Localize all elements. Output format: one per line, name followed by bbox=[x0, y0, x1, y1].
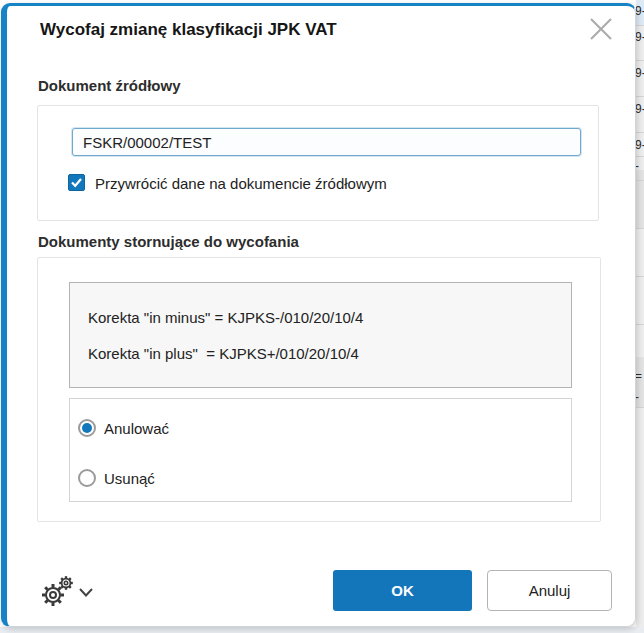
source-document-groupbox bbox=[37, 105, 599, 221]
reversal-document-line: Korekta "in minus" = KJPKS-/010/20/10/4 bbox=[88, 309, 363, 326]
dialog-title: Wycofaj zmianę klasyfikacji JPK VAT bbox=[40, 20, 337, 40]
radio-anulowac[interactable] bbox=[78, 419, 96, 437]
restore-data-checkbox[interactable] bbox=[68, 174, 85, 191]
radio-anulowac-label: Anulować bbox=[104, 420, 169, 437]
reversal-documents-panel bbox=[69, 282, 572, 388]
background-bottom-strip bbox=[0, 627, 644, 633]
reversal-document-line: Korekta "in plus" = KJPKS+/010/20/10/4 bbox=[88, 345, 359, 362]
background-text-fragment: = bbox=[636, 370, 642, 382]
background-window-sliver: 9- 9- 9- 9- 9- - = - bbox=[636, 0, 644, 627]
cancel-button[interactable]: Anuluj bbox=[487, 570, 612, 611]
ok-button[interactable]: OK bbox=[333, 570, 472, 611]
background-text-fragment: 9- bbox=[636, 31, 644, 43]
background-gray-block bbox=[636, 170, 644, 228]
reversal-documents-section-label: Dokumenty stornujące do wycofania bbox=[38, 233, 299, 250]
chevron-down-icon bbox=[78, 587, 94, 599]
source-document-section-label: Dokument źródłowy bbox=[38, 77, 181, 94]
radio-usunac-label: Usunąć bbox=[104, 470, 155, 487]
close-icon[interactable] bbox=[588, 16, 614, 42]
settings-menu-button[interactable] bbox=[38, 572, 100, 610]
jpk-vat-revert-dialog: Wycofaj zmianę klasyfikacji JPK VAT Doku… bbox=[1, 3, 636, 627]
background-text-fragment: 9- bbox=[636, 139, 644, 151]
background-text-fragment: - bbox=[636, 391, 639, 403]
source-document-input[interactable] bbox=[72, 128, 581, 156]
radio-selected-dot bbox=[82, 423, 92, 433]
background-text-fragment: 9- bbox=[636, 103, 644, 115]
radio-usunac[interactable] bbox=[78, 469, 96, 487]
background-text-fragment: 9- bbox=[636, 5, 644, 17]
background-text-fragment: 9- bbox=[636, 67, 644, 79]
gears-icon bbox=[40, 574, 74, 608]
background-text-fragment: - bbox=[636, 160, 639, 172]
restore-data-checkbox-label: Przywrócić dane na dokumencie źródłowym bbox=[95, 175, 387, 192]
